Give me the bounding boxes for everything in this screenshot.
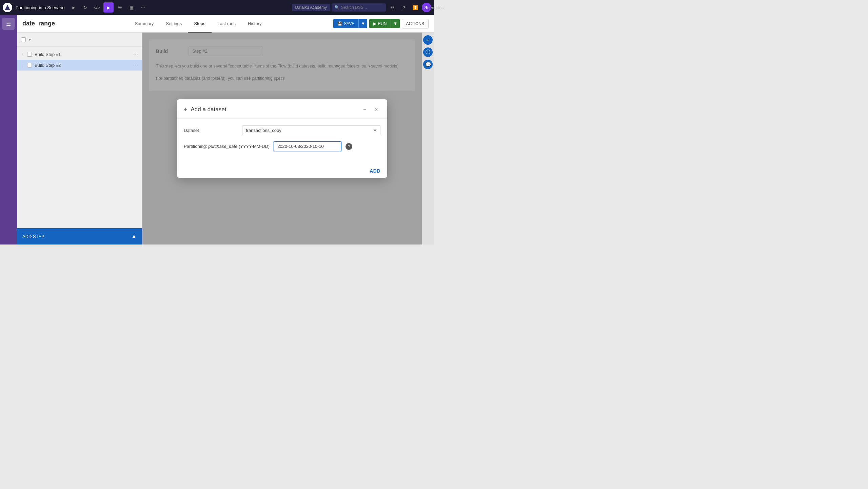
add-dataset-modal: + Add a dataset − × Dataset transactions… bbox=[177, 99, 387, 178]
app-logo[interactable] bbox=[3, 3, 12, 12]
top-navbar: Partitioning in a Scenario ► ↻ </> ▶ ☷ ▦… bbox=[0, 0, 434, 15]
run-button[interactable]: ▶ RUN bbox=[369, 19, 391, 28]
nav-play-icon[interactable]: ▶ bbox=[103, 2, 114, 13]
apps-grid-icon[interactable]: ☷ bbox=[387, 2, 397, 13]
modal-header: + Add a dataset − × bbox=[177, 99, 387, 119]
modal-minimize-button[interactable]: − bbox=[361, 105, 369, 114]
header-tabs: Summary Settings Steps Last runs History bbox=[63, 15, 333, 33]
app-title: Partitioning in a Scenario bbox=[16, 5, 65, 10]
modal-footer: ADD bbox=[177, 164, 387, 178]
drag-handle-icon-2: ⋮ bbox=[21, 63, 24, 67]
header-actions: 💾 SAVE ▼ ▶ RUN ▼ ACTIONS bbox=[333, 19, 429, 28]
step2-label: Build Step #2 bbox=[35, 63, 131, 68]
step1-label: Build Step #1 bbox=[35, 52, 131, 57]
select-all-checkbox[interactable] bbox=[21, 37, 26, 42]
add-dataset-button[interactable]: ADD bbox=[370, 168, 380, 174]
partitioning-row: Partitioning: purchase_date (YYYY-MM-DD)… bbox=[184, 141, 380, 151]
partitioning-date-input[interactable] bbox=[274, 141, 341, 151]
partitioning-field-label: Partitioning: purchase_date (YYYY-MM-DD) bbox=[184, 144, 270, 149]
dataiku-academy-btn[interactable]: Dataiku Academy bbox=[292, 4, 330, 11]
step1-menu-icon[interactable]: ⋯ bbox=[133, 52, 138, 57]
step-item-2[interactable]: ⋮ Build Step #2 ⋯ bbox=[17, 60, 142, 71]
nav-table-icon[interactable]: ▦ bbox=[126, 2, 137, 13]
main-layout: ☰ date_range Summary Settings Steps Last… bbox=[0, 15, 434, 244]
body-area: ▼ ⋮ Build Step #1 ⋯ ⋮ Build Step #2 ⋯ bbox=[17, 33, 434, 244]
dataset-field-label: Dataset bbox=[184, 128, 238, 133]
right-panel: + ⓘ 💬 bbox=[422, 33, 434, 244]
partitioning-field-name: purchase_date bbox=[208, 144, 237, 149]
add-step-arrow-icon: ▲ bbox=[131, 233, 137, 239]
secondary-header: date_range Summary Settings Steps Last r… bbox=[17, 15, 434, 33]
dataset-select[interactable]: transactions_copy bbox=[242, 125, 380, 135]
modal-title: Add a dataset bbox=[191, 106, 357, 113]
save-button[interactable]: 💾 SAVE bbox=[333, 19, 358, 28]
right-panel-add-button[interactable]: + bbox=[423, 35, 433, 45]
nav-more-icon[interactable]: ⋯ bbox=[138, 2, 148, 13]
modal-backdrop: + Add a dataset − × Dataset transactions… bbox=[142, 33, 422, 244]
step-item-1[interactable]: ⋮ Build Step #1 ⋯ bbox=[17, 49, 142, 60]
analytics-icon[interactable]: ⏬ bbox=[410, 2, 420, 13]
nav-forward-icon[interactable]: ► bbox=[69, 2, 79, 13]
search-icon: 🔍 bbox=[334, 5, 339, 10]
step2-checkbox[interactable] bbox=[27, 63, 32, 67]
partitioning-suffix: (YYYY-MM-DD) bbox=[237, 144, 270, 149]
right-panel-info-button[interactable]: ⓘ bbox=[423, 47, 433, 57]
nav-scenarios-label: Scenarios bbox=[424, 5, 434, 10]
tab-steps[interactable]: Steps bbox=[188, 15, 211, 33]
nav-refresh-icon[interactable]: ↻ bbox=[80, 2, 91, 13]
right-panel-chat-button[interactable]: 💬 bbox=[423, 60, 433, 69]
steps-toolbar: ▼ bbox=[17, 33, 142, 47]
dataset-row: Dataset transactions_copy bbox=[184, 125, 380, 135]
nav-code-icon[interactable]: </> bbox=[92, 2, 102, 13]
content-area: date_range Summary Settings Steps Last r… bbox=[17, 15, 434, 244]
nav-grid-icon[interactable]: ☷ bbox=[115, 2, 125, 13]
tab-settings[interactable]: Settings bbox=[160, 15, 188, 33]
step2-menu-icon[interactable]: ⋯ bbox=[133, 62, 138, 68]
partitioning-prefix: Partitioning: bbox=[184, 144, 208, 149]
scenario-title: date_range bbox=[22, 20, 55, 27]
add-step-button[interactable]: ADD STEP ▲ bbox=[17, 228, 142, 244]
partitioning-help-icon[interactable]: ? bbox=[346, 143, 352, 150]
steps-sidebar: ▼ ⋮ Build Step #1 ⋯ ⋮ Build Step #2 ⋯ bbox=[17, 33, 142, 244]
main-content: Build This step lets you build one or se… bbox=[142, 33, 422, 244]
modal-close-button[interactable]: × bbox=[372, 105, 380, 114]
sidebar-menu-icon[interactable]: ☰ bbox=[2, 18, 15, 30]
tab-lastruns[interactable]: Last runs bbox=[212, 15, 242, 33]
save-dropdown-button[interactable]: ▼ bbox=[358, 19, 367, 28]
search-wrap: 🔍 bbox=[332, 3, 386, 12]
modal-body: Dataset transactions_copy Partitioning: … bbox=[177, 119, 387, 164]
tab-history[interactable]: History bbox=[242, 15, 268, 33]
drag-handle-icon: ⋮ bbox=[21, 53, 24, 56]
help-icon[interactable]: ? bbox=[399, 2, 409, 13]
left-sidebar: ☰ bbox=[0, 15, 17, 244]
step1-checkbox[interactable] bbox=[27, 52, 32, 57]
steps-list: ⋮ Build Step #1 ⋯ ⋮ Build Step #2 ⋯ bbox=[17, 47, 142, 228]
tab-summary[interactable]: Summary bbox=[129, 15, 160, 33]
search-input[interactable] bbox=[332, 3, 386, 12]
run-dropdown-button[interactable]: ▼ bbox=[391, 19, 399, 28]
actions-button[interactable]: ACTIONS bbox=[402, 19, 429, 28]
modal-plus-icon: + bbox=[184, 106, 188, 113]
